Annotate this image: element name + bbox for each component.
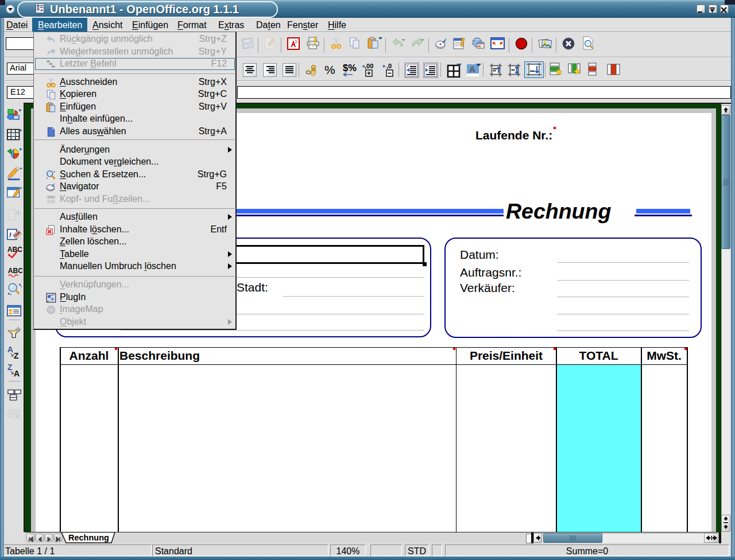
svg-text:Z: Z (14, 351, 19, 360)
svg-text:A: A (14, 369, 20, 378)
svg-text:A: A (7, 345, 13, 354)
svg-text:,0: ,0 (386, 63, 392, 69)
svg-text:Rechnung: Rechnung (68, 533, 109, 542)
svg-text:ABC: ABC (8, 267, 22, 275)
svg-text:ABC: ABC (7, 246, 22, 254)
svg-text:Z: Z (7, 363, 13, 372)
svg-text:A: A (469, 64, 475, 74)
svg-text:,00: ,00 (365, 63, 373, 69)
